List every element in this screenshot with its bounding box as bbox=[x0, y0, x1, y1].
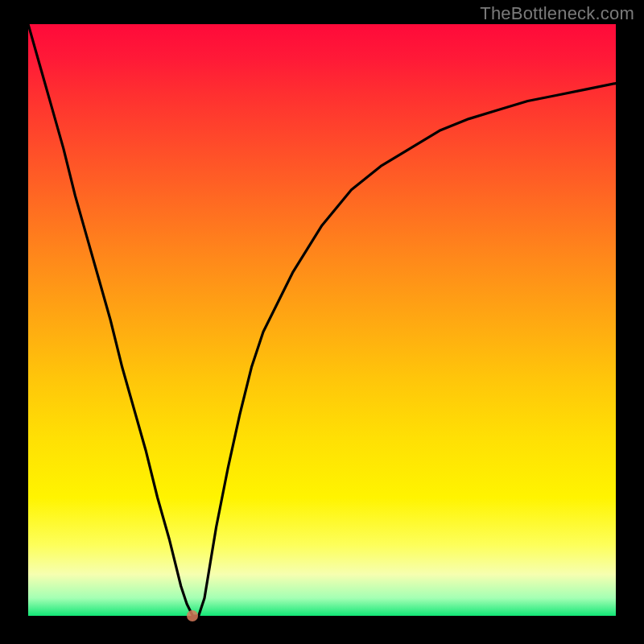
curve-path bbox=[28, 24, 616, 616]
watermark-text: TheBottleneck.com bbox=[480, 3, 634, 24]
chart-frame: TheBottleneck.com bbox=[0, 0, 644, 644]
minimum-marker bbox=[187, 610, 198, 621]
bottleneck-curve bbox=[28, 24, 616, 616]
plot-area bbox=[28, 24, 616, 616]
